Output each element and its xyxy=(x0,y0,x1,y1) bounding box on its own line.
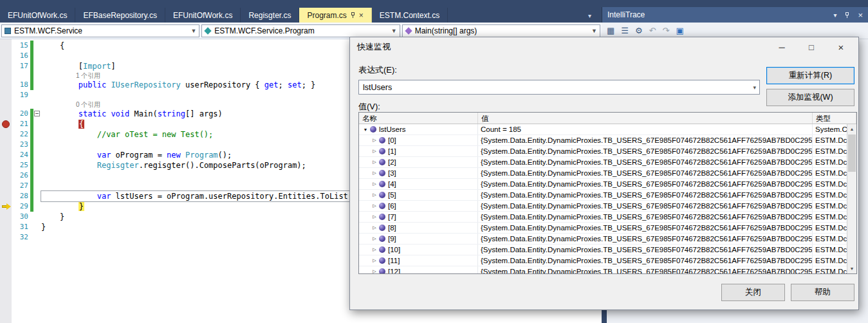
tab-label: EFBaseRepository.cs xyxy=(83,11,157,20)
watch-value: {System.Data.Entity.DynamicProxies.TB_US… xyxy=(478,135,813,145)
watch-row[interactable]: ▷[1]{System.Data.Entity.DynamicProxies.T… xyxy=(359,146,848,157)
pin-icon[interactable] xyxy=(351,12,355,18)
change-bar xyxy=(30,150,33,160)
tab-label: EFUnitOfWork.cs xyxy=(8,11,67,20)
watch-row[interactable]: ▷[10]{System.Data.Entity.DynamicProxies.… xyxy=(359,245,848,255)
tab-Program.cs[interactable]: Program.cs× xyxy=(299,8,371,23)
scroll-down-icon[interactable]: ▼ xyxy=(847,264,856,273)
column-header-value[interactable]: 值 xyxy=(478,113,813,124)
watch-row[interactable]: ▷[9]{System.Data.Entity.DynamicProxies.T… xyxy=(359,234,848,245)
expand-triangle-icon[interactable]: ▷ xyxy=(371,247,378,252)
expand-triangle-icon[interactable]: ▷ xyxy=(371,214,378,219)
column-header-name[interactable]: 名称 xyxy=(359,113,478,124)
expand-triangle-icon[interactable]: ▷ xyxy=(371,181,378,187)
close-icon[interactable]: × xyxy=(858,10,863,20)
type-dropdown[interactable]: ESTM.WCF.Service.Program ▼ xyxy=(201,24,400,37)
watch-value: {System.Data.Entity.DynamicProxies.TB_US… xyxy=(478,201,813,211)
watch-grid[interactable]: 名称 值 类型 ▼lstUsersCount = 185System.C▷[0]… xyxy=(358,112,857,274)
expand-triangle-icon[interactable]: ▷ xyxy=(371,149,378,154)
scrollbar-thumb[interactable] xyxy=(848,134,856,172)
expand-triangle-icon[interactable]: ▷ xyxy=(371,160,378,165)
tab-label: Program.cs xyxy=(307,11,346,20)
project-dropdown[interactable]: ESTM.WCF.Service ▼ xyxy=(1,24,199,37)
value-label: 值(V): xyxy=(358,101,380,113)
document-list-chevron-icon[interactable]: ▾ xyxy=(588,12,591,19)
line-number: 27 xyxy=(12,181,28,191)
watch-name: [2] xyxy=(388,158,396,166)
change-bar xyxy=(30,181,33,191)
maximize-icon[interactable]: □ xyxy=(797,37,826,57)
navigate-back-icon[interactable]: ↶ xyxy=(649,26,656,35)
close-icon[interactable]: × xyxy=(359,12,364,19)
change-bar xyxy=(30,201,33,212)
watch-row[interactable]: ▷[8]{System.Data.Entity.DynamicProxies.T… xyxy=(359,223,848,234)
navigate-forward-icon[interactable]: ↷ xyxy=(663,26,670,35)
execution-arrow-icon xyxy=(1,203,12,210)
recalculate-button[interactable]: 重新计算(R) xyxy=(766,67,854,84)
line-number: 21 xyxy=(12,119,28,129)
codelens-reference-count[interactable]: 1 个引用 xyxy=(76,71,100,80)
expand-triangle-icon[interactable]: ▷ xyxy=(371,138,378,143)
intellitrace-panel-header: IntelliTrace ▾ × xyxy=(602,7,868,23)
watch-row[interactable]: ▷[0]{System.Data.Entity.DynamicProxies.T… xyxy=(359,135,848,146)
member-icon xyxy=(379,203,385,209)
document-tab-bar: EFUnitOfWork.csEFBaseRepository.csEFUnit… xyxy=(0,0,868,23)
watch-row[interactable]: ▷[4]{System.Data.Entity.DynamicProxies.T… xyxy=(359,179,848,190)
pin-icon[interactable] xyxy=(845,12,849,18)
close-button[interactable]: 关闭 xyxy=(721,284,785,301)
window-position-chevron-icon[interactable]: ▾ xyxy=(833,12,836,19)
help-button[interactable]: 帮助 xyxy=(791,284,854,301)
member-dropdown[interactable]: Main(string[] args) ▼ xyxy=(402,24,600,37)
watch-type: System.C xyxy=(813,124,848,134)
expand-triangle-icon[interactable]: ▷ xyxy=(371,192,378,198)
watch-name: [12] xyxy=(388,268,400,273)
line-number: 28 xyxy=(12,191,28,201)
expand-triangle-icon[interactable]: ▷ xyxy=(371,203,378,208)
watch-type: ESTM.Dc xyxy=(813,212,848,222)
codelens-reference-count[interactable]: 0 个引用 xyxy=(76,100,100,109)
expression-input[interactable]: lstUsers ▾ xyxy=(358,80,760,95)
collapse-triangle-icon[interactable]: ▼ xyxy=(362,127,369,132)
watch-row[interactable]: ▷[5]{System.Data.Entity.DynamicProxies.T… xyxy=(359,190,848,201)
watch-row[interactable]: ▼lstUsersCount = 185System.C xyxy=(359,124,848,135)
tab-EFUnitOfWork.cs[interactable]: EFUnitOfWork.cs xyxy=(0,8,75,23)
change-bar xyxy=(30,129,33,140)
add-watch-button[interactable]: 添加监视(W) xyxy=(766,89,854,106)
watch-row[interactable]: ▷[6]{System.Data.Entity.DynamicProxies.T… xyxy=(359,201,848,212)
expand-triangle-icon[interactable]: ▷ xyxy=(371,269,378,273)
watch-type: ESTM.Dc xyxy=(813,201,848,211)
save-icon[interactable]: ▣ xyxy=(676,26,683,35)
expand-triangle-icon[interactable]: ▷ xyxy=(371,171,378,176)
watch-value: {System.Data.Entity.DynamicProxies.TB_US… xyxy=(478,234,813,244)
change-bar xyxy=(30,119,33,129)
tab-ESTM.Context.cs[interactable]: ESTM.Context.cs xyxy=(372,8,448,23)
grid-view-icon[interactable]: ▦ xyxy=(607,26,614,35)
expand-triangle-icon[interactable]: ▷ xyxy=(371,236,378,241)
expand-triangle-icon[interactable]: ▷ xyxy=(371,258,378,263)
tab-EFBaseRepository.cs[interactable]: EFBaseRepository.cs xyxy=(75,8,165,23)
watch-row[interactable]: ▷[3]{System.Data.Entity.DynamicProxies.T… xyxy=(359,168,848,179)
code-text: Regisgter.regisgter().ComposeParts(oProg… xyxy=(41,160,306,171)
collapse-icon[interactable]: – xyxy=(34,111,40,116)
settings-gear-icon[interactable]: ⚙ xyxy=(635,26,643,35)
watch-row[interactable]: ▷[11]{System.Data.Entity.DynamicProxies.… xyxy=(359,255,848,266)
minimize-icon[interactable]: ─ xyxy=(767,37,797,57)
list-view-icon[interactable]: ☰ xyxy=(621,26,629,35)
quick-watch-dialog: 快速监视 ─ □ × 表达式(E): lstUsers ▾ 重新计算(R) 添加… xyxy=(349,37,859,310)
close-icon[interactable]: × xyxy=(826,37,856,57)
watch-value: {System.Data.Entity.DynamicProxies.TB_US… xyxy=(478,266,813,273)
tab-EFUnitOfWork.cs[interactable]: EFUnitOfWork.cs xyxy=(165,8,241,23)
line-number: 22 xyxy=(12,129,28,140)
member-icon xyxy=(379,257,385,264)
tab-Regisgter.cs[interactable]: Regisgter.cs xyxy=(241,8,299,23)
watch-row[interactable]: ▷[2]{System.Data.Entity.DynamicProxies.T… xyxy=(359,157,848,168)
line-number: 30 xyxy=(12,212,28,222)
column-header-type[interactable]: 类型 xyxy=(813,113,856,124)
grid-scrollbar[interactable]: ▲ ▼ xyxy=(847,124,856,273)
watch-row[interactable]: ▷[7]{System.Data.Entity.DynamicProxies.T… xyxy=(359,212,848,223)
breakpoint-icon[interactable] xyxy=(2,120,10,128)
panel-splitter[interactable] xyxy=(602,310,607,323)
watch-row[interactable]: ▷[12]{System.Data.Entity.DynamicProxies.… xyxy=(359,266,848,273)
scroll-up-icon[interactable]: ▲ xyxy=(847,124,856,134)
expand-triangle-icon[interactable]: ▷ xyxy=(371,225,378,230)
